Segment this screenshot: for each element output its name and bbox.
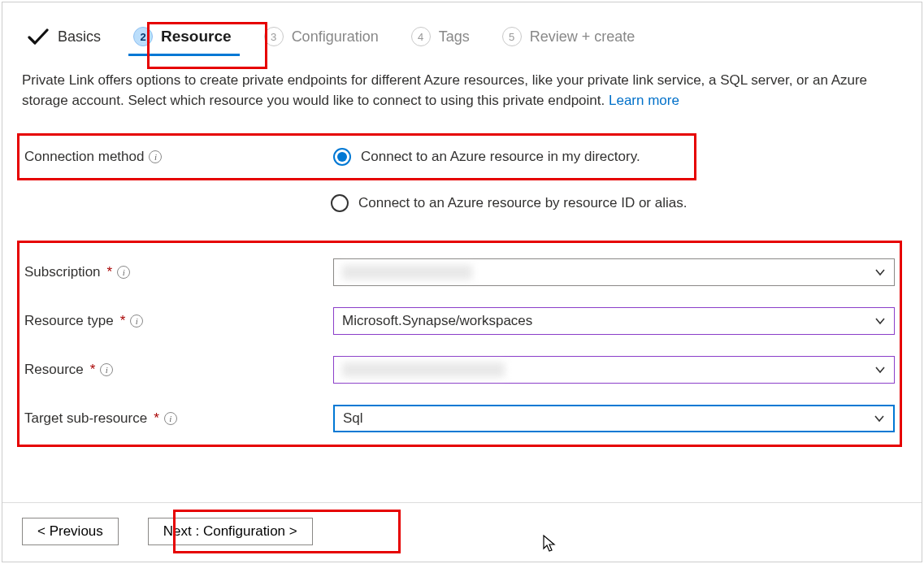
tab-tags-label: Tags [439,28,470,46]
subscription-label: Subscription * i [24,264,333,280]
resource-type-dropdown[interactable]: Microsoft.Synapse/workspaces [333,307,895,335]
info-icon[interactable]: i [130,315,143,328]
highlight-box-fields: Subscription * i Resource type * i [17,241,902,447]
description-text: Private Link offers options to create pr… [22,72,867,108]
checkmark-icon [27,28,50,46]
previous-button[interactable]: < Previous [22,518,119,545]
target-sub-resource-dropdown[interactable]: Sql [333,405,895,432]
chevron-down-icon [874,315,886,327]
highlight-box-connection-method: Connection method i Connect to an Azure … [17,133,696,180]
required-asterisk: * [107,264,113,280]
radio-directory-label: Connect to an Azure resource in my direc… [361,149,640,165]
required-asterisk: * [120,313,126,329]
step-number-badge: 3 [264,27,284,46]
tab-configuration-label: Configuration [292,28,379,46]
tab-review-label: Review + create [530,28,636,46]
content-area: Basics 2 Resource 3 Configuration 4 Tags… [2,2,922,502]
target-sub-resource-label: Target sub-resource * i [24,410,333,427]
info-icon[interactable]: i [149,150,162,163]
resource-label: Resource * i [24,362,333,378]
subscription-value-redacted [342,265,472,280]
tab-resource-label: Resource [161,28,232,46]
tab-tags[interactable]: 4 Tags [406,22,478,54]
wizard-panel: Basics 2 Resource 3 Configuration 4 Tags… [2,2,922,562]
tab-resource[interactable]: 2 Resource [128,22,240,54]
step-number-badge: 2 [133,27,153,46]
chevron-down-icon [874,413,885,424]
tab-configuration[interactable]: 3 Configuration [259,22,387,54]
required-asterisk: * [154,410,159,427]
chevron-down-icon [874,267,886,278]
step-number-badge: 4 [411,27,431,46]
cursor-icon [543,535,557,557]
chevron-down-icon [874,364,886,375]
required-asterisk: * [90,362,96,378]
target-sub-resource-value: Sql [343,410,363,427]
radio-resourceid-label: Connect to an Azure resource by resource… [358,195,687,211]
info-icon[interactable]: i [117,266,130,279]
tab-review[interactable]: 5 Review + create [497,22,644,54]
resource-type-value: Microsoft.Synapse/workspaces [342,313,532,329]
wizard-tabs: Basics 2 Resource 3 Configuration 4 Tags… [22,22,902,54]
resource-value-redacted [342,362,505,377]
radio-connect-resource-id[interactable]: Connect to an Azure resource by resource… [331,194,687,212]
tab-basics-label: Basics [58,28,101,46]
resource-type-label: Resource type * i [24,313,333,329]
info-icon[interactable]: i [100,363,113,376]
learn-more-link[interactable]: Learn more [609,93,679,108]
radio-unselected-icon [331,194,349,212]
description-paragraph: Private Link offers options to create pr… [22,71,902,111]
radio-connect-directory[interactable]: Connect to an Azure resource in my direc… [333,148,640,166]
radio-selected-icon [333,148,351,166]
next-button[interactable]: Next : Configuration > [148,518,313,545]
connection-method-label: Connection method i [24,149,333,165]
step-number-badge: 5 [502,27,522,46]
tab-basics[interactable]: Basics [22,23,109,54]
subscription-dropdown[interactable] [333,258,895,286]
wizard-footer: < Previous Next : Configuration > [2,502,922,562]
resource-dropdown[interactable] [333,356,895,384]
info-icon[interactable]: i [164,412,177,425]
